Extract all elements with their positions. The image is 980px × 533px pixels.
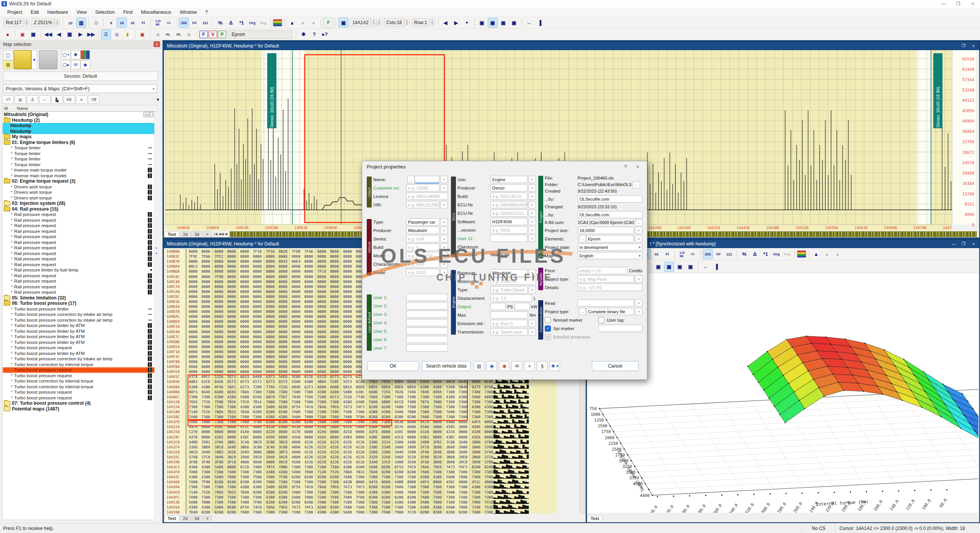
maps-color-icon[interactable] — [80, 50, 90, 59]
hexdump-cell[interactable]: 4380 — [315, 510, 328, 514]
hexdump-cell[interactable]: 0000 — [251, 324, 263, 329]
hexdump-cell[interactable]: 7300 — [277, 510, 289, 514]
tree-folder-row[interactable]: Potential maps (1487) — [3, 406, 157, 412]
hexdump-cell[interactable]: 5A00 — [418, 500, 431, 505]
hexdump-cell[interactable]: 0000 — [238, 309, 251, 314]
hexdump-cell[interactable]: 7300 — [238, 414, 251, 419]
last-map-icon[interactable]: ▶▶ — [86, 29, 96, 39]
hexdump-cell[interactable]: 8000 — [354, 479, 366, 484]
hexdump-cell[interactable]: 7300 — [457, 389, 469, 394]
hexdump-cell[interactable]: 0000 — [289, 309, 302, 314]
output-kw-input[interactable] — [514, 303, 530, 310]
hexdump-cell[interactable]: 4380 — [354, 464, 366, 469]
hexdump-cell[interactable]: 7300 — [444, 389, 457, 394]
hexdump-cell[interactable]: 8000 — [238, 299, 251, 304]
hexdump-cell[interactable]: 8000 — [212, 284, 225, 289]
expand-button[interactable]: > — [441, 218, 448, 226]
hexdump-cell[interactable]: 0000 — [328, 349, 341, 354]
hexdump-cell[interactable]: 8000 — [315, 279, 328, 284]
hexdump-cell[interactable]: 4000 — [289, 445, 302, 450]
hexdump-cell[interactable]: 7300 — [431, 404, 444, 409]
dots-button[interactable]: ... — [579, 235, 586, 242]
hexdump-cell[interactable]: 0000 — [289, 354, 302, 359]
hexdump-cell[interactable]: 0000 — [264, 369, 277, 374]
hexdump-cell[interactable]: 0000 — [328, 339, 341, 344]
hexdump-cell[interactable]: 430C — [392, 429, 405, 434]
hexdump-cell[interactable]: 7140 — [186, 490, 199, 495]
hexdump-cell[interactable]: 4000 — [251, 424, 263, 429]
hexdump-cell[interactable]: 4380 — [212, 394, 225, 399]
hexdump-cell[interactable]: 8000 — [251, 254, 263, 259]
hexdump-cell[interactable]: 8000 — [289, 269, 302, 274]
hexdump-cell[interactable]: 0000 — [341, 314, 354, 319]
hexdump-cell[interactable]: 8000 — [302, 299, 315, 304]
hexdump-cell[interactable]: 79E6 — [328, 484, 341, 489]
tree-map-row[interactable]: *Rail pressure limiter by fuel temp — [3, 267, 157, 273]
dots-button[interactable]: ... — [579, 308, 586, 315]
tree-map-row[interactable]: *Turbo boost pressure request — [3, 395, 157, 401]
hexdump-cell[interactable]: 451C — [469, 479, 482, 484]
hexdump-cell[interactable]: 8000 — [186, 269, 199, 274]
mail-icon[interactable]: ✉ — [71, 60, 80, 69]
field-input[interactable]: Mitsubishi — [490, 269, 528, 276]
hexdump-cell[interactable]: 4380 — [418, 474, 431, 479]
hexdump-cell[interactable]: 4226 — [315, 440, 328, 445]
hexdump-cell[interactable]: 0000 — [289, 324, 302, 329]
hexdump-cell[interactable]: 0000 — [277, 329, 289, 334]
hexdump-cell[interactable]: 38C0 — [225, 455, 238, 459]
hexdump-cell[interactable]: 0000 — [289, 329, 302, 334]
spi-marker-checkbox[interactable]: ✓ — [545, 325, 551, 332]
hexdump-cell[interactable]: 7D40 — [186, 510, 199, 514]
hexdump-cell[interactable]: 0000 — [315, 304, 328, 309]
hexdump-cell[interactable]: 0000 — [225, 339, 238, 344]
hexdump-cell[interactable]: 4FA6 — [212, 384, 225, 389]
hexdump-cell[interactable]: 6F5A — [392, 464, 405, 469]
hexdump-cell[interactable]: 7300 — [277, 479, 289, 484]
tree-folder-row[interactable]: 01: Engine torque limiters (6) — [3, 140, 157, 146]
hexdump-cell[interactable]: 8000 — [238, 269, 251, 274]
hexdump-cell[interactable]: 0000 — [186, 369, 199, 374]
hexdump-cell[interactable]: 7226 — [277, 384, 289, 389]
nav-arrows-icon[interactable]: |◀ ◀◀ ◀ — [214, 232, 227, 236]
hexdump-cell[interactable]: 5A00 — [392, 409, 405, 414]
hexdump-cell[interactable]: 7300 — [341, 419, 354, 424]
hexdump-cell[interactable]: 0000 — [225, 319, 238, 324]
hexdump-cell[interactable]: 0000 — [251, 434, 263, 439]
hexdump-cell[interactable]: 7300 — [289, 479, 302, 484]
hexdump-cell[interactable]: 3FB1 — [431, 440, 444, 445]
hexdump-cell[interactable]: 7F56 — [264, 249, 277, 254]
hexdump-cell[interactable]: 7300 — [251, 414, 263, 419]
hexdump-cell[interactable]: 7580 — [225, 500, 238, 505]
hexdump-cell[interactable]: 6273 — [328, 374, 341, 379]
hexdump-cell[interactable]: 0000 — [289, 344, 302, 349]
hexdump-cell[interactable]: 33C0 — [379, 459, 392, 464]
hexdump-cell[interactable]: 7300 — [444, 500, 457, 505]
hexdump-cell[interactable]: 79E6 — [431, 464, 444, 469]
hexdump-cell[interactable]: 7300 — [431, 484, 444, 489]
hexdump-cell[interactable]: 43B4 — [341, 434, 354, 439]
hexdump-cell[interactable]: 8000 — [341, 279, 354, 284]
hexdump-cell[interactable]: 0000 — [379, 479, 392, 484]
menu-find[interactable]: Find — [119, 8, 137, 17]
hexdump-cell[interactable]: 8000 — [264, 289, 277, 294]
hexdump-cell[interactable]: 7526 — [199, 409, 212, 414]
hexdump-cell[interactable]: 0000 — [315, 364, 328, 369]
filter-dropdown-icon[interactable]: ▼ — [156, 97, 160, 102]
hexdump-cell[interactable]: 4226 — [302, 455, 315, 459]
hexdump-cell[interactable]: 0000 — [186, 344, 199, 349]
hexdump-cell[interactable]: 7080 — [225, 474, 238, 479]
hexdump-cell[interactable]: 0000 — [289, 339, 302, 344]
hexdump-cell[interactable]: 39B3 — [212, 450, 225, 455]
hexdump-cell[interactable]: 7300 — [469, 490, 482, 495]
tab-3d[interactable]: 3d — [191, 231, 202, 237]
hexdump-cell[interactable]: 0000 — [212, 359, 225, 364]
download-web-icon[interactable]: ◉ — [486, 361, 497, 371]
hexdump-cell[interactable]: 7300 — [469, 399, 482, 404]
dialog-help-icon[interactable]: ? — [621, 163, 630, 170]
hexdump-cell[interactable]: 0000 — [289, 314, 302, 319]
hexdump-cell[interactable]: 8000 — [341, 289, 354, 294]
hexdump-cell[interactable]: 0000 — [225, 304, 238, 309]
map-grid-icon[interactable]: ▦ — [65, 29, 75, 39]
dots-button[interactable]: ... — [407, 176, 415, 183]
hexdump-cell[interactable]: 0000 — [289, 334, 302, 339]
